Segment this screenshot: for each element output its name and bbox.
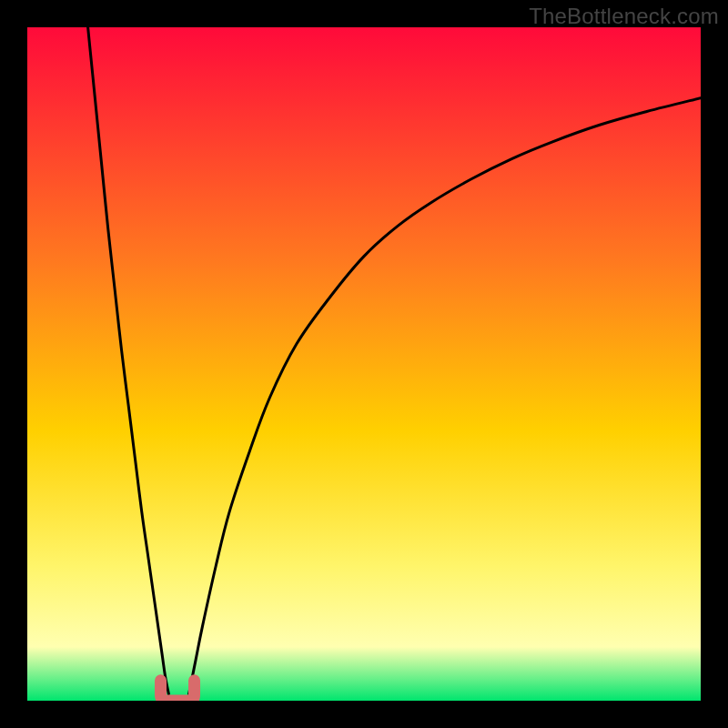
gradient-background: [27, 27, 701, 701]
chart-plot-area: [27, 27, 701, 701]
outer-frame: TheBottleneck.com: [0, 0, 728, 728]
watermark-label: TheBottleneck.com: [529, 4, 719, 29]
chart-svg: [27, 27, 701, 701]
